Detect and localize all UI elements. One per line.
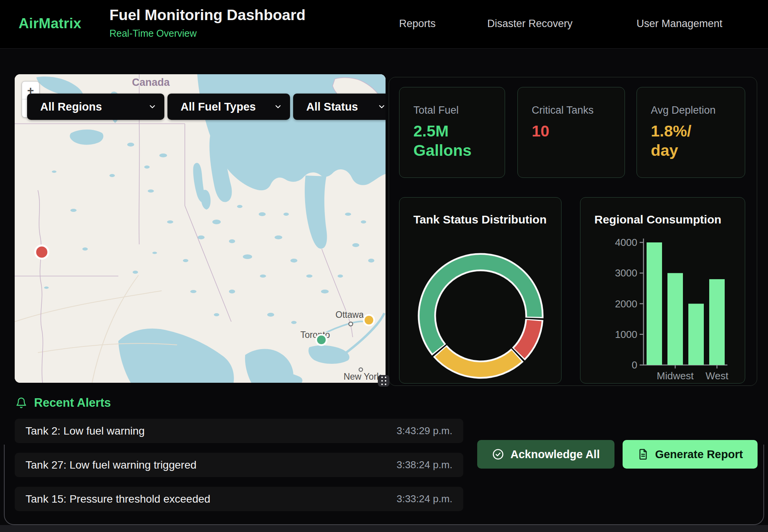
stat-card-critical-tanks: Critical Tanks 10: [517, 87, 625, 178]
stat-value-line: 10: [532, 121, 550, 141]
bell-icon: [15, 397, 27, 409]
status-filter-dropdown[interactable]: All Status: [293, 94, 386, 120]
acknowledge-all-label: Acknowledge All: [510, 448, 600, 461]
acknowledge-all-button[interactable]: Acknowledge All: [477, 440, 614, 469]
stat-label: Critical Tanks: [532, 104, 594, 116]
chevron-down-icon: [377, 102, 386, 111]
stat-value-line: 1.8%/: [651, 121, 691, 141]
nav-user-management[interactable]: User Management: [637, 18, 722, 30]
nav-disaster-recovery[interactable]: Disaster Recovery: [487, 18, 573, 30]
regional-consumption-bars: 01000200030004000MidwestWest: [580, 198, 745, 383]
chevron-down-icon: [148, 102, 157, 111]
map-label-new-york: New York: [343, 372, 381, 382]
fuel-type-filter-dropdown[interactable]: All Fuel Types: [167, 94, 290, 120]
svg-text:2000: 2000: [615, 298, 637, 310]
chevron-down-icon: [274, 102, 282, 111]
stat-value-line: 2.5M: [413, 121, 471, 141]
page-title: Fuel Monitoring Dashboard: [109, 7, 305, 24]
city-dot-ottawa: [349, 322, 353, 326]
map-label-canada: Canada: [132, 77, 170, 88]
check-circle-icon: [492, 448, 504, 460]
dashboard-page: AirMatrix Fuel Monitoring Dashboard Real…: [0, 0, 768, 532]
stat-value-line: day: [651, 141, 691, 160]
stat-value-1: 10: [532, 121, 550, 141]
stat-value-0: 2.5M Gallons: [413, 121, 471, 160]
status-filter-value: All Status: [306, 101, 358, 113]
regional-consumption-card: Regional Consumption 01000200030004000Mi…: [580, 197, 745, 384]
document-icon: [637, 448, 649, 460]
fuel-map[interactable]: Canada Ottawa Toronto New York + − All R…: [15, 74, 386, 383]
stat-label: Avg Depletion: [651, 104, 716, 116]
tank-status-donut: [399, 198, 561, 383]
svg-text:1000: 1000: [615, 329, 637, 340]
map-resize-handle[interactable]: [378, 375, 389, 387]
header: AirMatrix Fuel Monitoring Dashboard Real…: [0, 0, 768, 49]
svg-text:3000: 3000: [615, 267, 637, 279]
tank-marker-normal[interactable]: [316, 335, 327, 345]
alerts-header: Recent Alerts: [15, 396, 111, 410]
alert-timestamp: 3:38:24 p.m.: [396, 459, 452, 471]
tank-marker-warning[interactable]: [364, 315, 374, 326]
tank-marker-critical[interactable]: [35, 246, 48, 259]
generate-report-label: Generate Report: [655, 448, 743, 461]
alert-message: Tank 2: Low fuel warning: [26, 425, 145, 437]
basemap: Canada Ottawa Toronto New York: [15, 74, 386, 383]
alert-message: Tank 15: Pressure threshold exceeded: [26, 493, 210, 505]
city-dot-new-york: [359, 368, 363, 372]
alert-row[interactable]: Tank 15: Pressure threshold exceeded 3:3…: [15, 487, 463, 511]
region-filter-dropdown[interactable]: All Regions: [27, 94, 164, 120]
svg-text:0: 0: [632, 359, 637, 371]
alerts-title: Recent Alerts: [34, 396, 111, 410]
stat-value-2: 1.8%/ day: [651, 121, 691, 160]
tank-status-card: Tank Status Distribution: [399, 197, 561, 384]
map-label-ottawa: Ottawa: [336, 310, 364, 320]
stat-value-line: Gallons: [413, 141, 471, 160]
region-filter-value: All Regions: [40, 101, 102, 113]
alert-message: Tank 27: Low fuel warning triggered: [26, 459, 196, 471]
app-logo: AirMatrix: [19, 15, 81, 32]
alert-row[interactable]: Tank 2: Low fuel warning 3:43:29 p.m.: [15, 419, 463, 443]
map-filters: All Regions All Fuel Types All Status: [27, 94, 386, 120]
nav-reports[interactable]: Reports: [399, 18, 436, 30]
stat-label: Total Fuel: [413, 104, 459, 116]
page-subtitle: Real-Time Overview: [109, 28, 197, 39]
alert-timestamp: 3:43:29 p.m.: [396, 425, 452, 437]
svg-text:Midwest: Midwest: [657, 370, 694, 382]
stat-card-avg-depletion: Avg Depletion 1.8%/ day: [637, 87, 745, 178]
alert-row[interactable]: Tank 27: Low fuel warning triggered 3:38…: [15, 453, 463, 477]
stat-card-total-fuel: Total Fuel 2.5M Gallons: [399, 87, 505, 178]
fuel-type-filter-value: All Fuel Types: [181, 101, 256, 113]
alert-timestamp: 3:33:24 p.m.: [396, 493, 452, 505]
svg-text:4000: 4000: [615, 237, 637, 248]
svg-text:West: West: [706, 370, 729, 382]
page-bottom-strip: [0, 525, 768, 532]
generate-report-button[interactable]: Generate Report: [623, 440, 758, 469]
